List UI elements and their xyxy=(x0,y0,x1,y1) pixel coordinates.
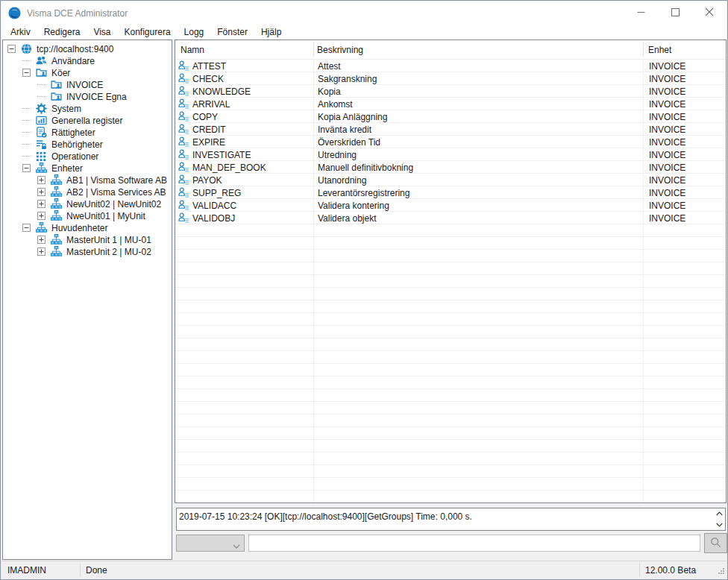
menu-item-redigera[interactable]: Redigera xyxy=(37,25,87,39)
tree-item-nweunit01-myunit[interactable]: NweUnit01 | MyUnit xyxy=(3,209,172,221)
menu-item-hjalp[interactable]: Hjälp xyxy=(254,25,288,39)
table-row-knowledge[interactable]: KNOWLEDGEKopiaINVOICE xyxy=(175,85,726,98)
column-header-enhet[interactable]: Enhet xyxy=(648,45,671,55)
tree-item-invoice[interactable]: INVOICE xyxy=(3,78,172,90)
table-row-validobj[interactable]: VALIDOBJValidera objektINVOICE xyxy=(175,212,726,224)
tree-item-label: Rättigheter xyxy=(51,127,95,138)
groups-table: Namn Beskrivning Enhet ATTESTAttestINVOI… xyxy=(175,40,727,503)
table-row-investigate[interactable]: INVESTIGATEUtredningINVOICE xyxy=(175,148,726,161)
tree-item-newunit02-newunit02[interactable]: NewUnit02 | NewUnit02 xyxy=(3,198,172,209)
scroll-up-icon[interactable] xyxy=(715,511,724,517)
collapse-toggle-icon[interactable] xyxy=(22,164,36,172)
table-row-payok[interactable]: PAYOKUtanordningINVOICE xyxy=(175,174,726,186)
search-button[interactable] xyxy=(704,533,727,553)
close-button[interactable] xyxy=(692,1,727,25)
column-header-beskrivning[interactable]: Beskrivning xyxy=(317,45,363,55)
tree-item-tcp-localhost-9400[interactable]: tcp://localhost:9400 xyxy=(3,42,172,54)
tree-item-ab2-visma-services-ab[interactable]: AB2 | Visma Services AB xyxy=(3,186,172,198)
menu-item-logg[interactable]: Logg xyxy=(178,25,211,39)
tree-item-label: INVOICE Egna xyxy=(66,91,127,102)
tree-connector xyxy=(37,96,51,97)
queue-user-icon xyxy=(178,200,189,211)
cell-name: VALIDACC xyxy=(175,200,313,211)
tree-item-label: Generella register xyxy=(51,115,122,126)
queue-icon xyxy=(36,67,48,78)
scroll-down-icon[interactable] xyxy=(715,522,724,528)
menu-item-arkiv[interactable]: Arkiv xyxy=(4,25,37,39)
group-unit: INVOICE xyxy=(649,137,685,148)
tree-connector xyxy=(22,144,36,145)
table-row-man-def-book[interactable]: MAN_DEF_BOOKManuell definitivbokningINVO… xyxy=(175,161,726,174)
group-unit: INVOICE xyxy=(649,150,685,160)
queue-user-icon xyxy=(178,187,189,198)
log-scrollbar[interactable] xyxy=(713,508,725,530)
tree-item-invoice-egna[interactable]: INVOICE Egna xyxy=(3,90,172,102)
tree-connector xyxy=(37,84,51,85)
status-version: 12.00.0 Beta xyxy=(645,565,696,576)
group-name: MAN_DEF_BOOK xyxy=(192,163,266,173)
status-message: Done xyxy=(86,565,107,576)
cell-name: SUPP_REG xyxy=(175,187,313,198)
chart-icon xyxy=(36,115,48,126)
tree-item-behorigheter[interactable]: Behörigheter xyxy=(3,138,172,150)
table-row-credit[interactable]: CREDITInvänta kreditINVOICE xyxy=(175,123,726,136)
group-description: Ankomst xyxy=(318,99,353,110)
expand-toggle-icon[interactable] xyxy=(37,236,51,244)
expand-toggle-icon[interactable] xyxy=(37,200,51,208)
group-name: VALIDACC xyxy=(192,201,236,211)
tree-item-system[interactable]: System xyxy=(3,102,172,114)
tree-item-label: AB2 | Visma Services AB xyxy=(66,186,166,198)
tree-item-anvandare[interactable]: Användare xyxy=(3,54,172,66)
search-input[interactable] xyxy=(248,535,700,552)
group-description: Validera objekt xyxy=(318,213,377,224)
expand-toggle-icon[interactable] xyxy=(37,176,51,184)
tree-connector xyxy=(22,120,36,121)
cell-name: CHECK xyxy=(175,73,313,84)
column-divider[interactable] xyxy=(313,42,314,57)
tree-item-label: Användare xyxy=(51,55,95,66)
table-row-check[interactable]: CHECKSakgranskningINVOICE xyxy=(175,72,726,85)
expand-toggle-icon[interactable] xyxy=(37,188,51,196)
tree-item-enheter[interactable]: Enheter xyxy=(3,162,172,174)
chevron-down-icon xyxy=(233,541,240,552)
table-row-supp-reg[interactable]: SUPP_REGLeverantörsregistreringINVOICE xyxy=(175,186,726,199)
column-header-namn[interactable]: Namn xyxy=(181,45,204,55)
column-divider[interactable] xyxy=(643,42,644,57)
table-row-expire[interactable]: EXPIREÖverskriden TidINVOICE xyxy=(175,136,726,148)
table-row-arrival[interactable]: ARRIVALAnkomstINVOICE xyxy=(175,98,726,110)
collapse-toggle-icon[interactable] xyxy=(22,69,36,77)
menu-item-fonster[interactable]: Fönster xyxy=(210,25,254,39)
tree-item-label: INVOICE xyxy=(66,79,103,90)
tree-item-operationer[interactable]: Operationer xyxy=(3,150,172,162)
expand-toggle-icon[interactable] xyxy=(37,248,51,256)
log-filter-dropdown[interactable] xyxy=(176,535,245,552)
expand-toggle-icon[interactable] xyxy=(37,212,51,220)
tree-item-huvudenheter[interactable]: Huvudenheter xyxy=(3,221,172,233)
org-chart-icon xyxy=(36,163,48,174)
minimize-button[interactable] xyxy=(624,1,658,25)
table-row-copy[interactable]: COPYKopia AnläggningINVOICE xyxy=(175,110,726,123)
list-lock-icon xyxy=(36,139,48,150)
tree-item-ab1-visma-software-ab[interactable]: AB1 | Visma Software AB xyxy=(3,174,172,186)
tree-item-koer[interactable]: Köer xyxy=(3,66,172,78)
status-user: IMADMIN xyxy=(7,565,46,576)
tree-item-masterunit-2-mu-02[interactable]: MasterUnit 2 | MU-02 xyxy=(3,245,172,257)
collapse-toggle-icon[interactable] xyxy=(22,224,36,232)
grid-dots-icon xyxy=(36,151,48,162)
table-row-attest[interactable]: ATTESTAttestINVOICE xyxy=(175,60,726,72)
tree-item-generella-register[interactable]: Generella register xyxy=(3,114,172,126)
queue-user-icon xyxy=(178,174,189,186)
tree-item-rattigheter[interactable]: Rättigheter xyxy=(3,126,172,138)
tree-item-masterunit-1-mu-01[interactable]: MasterUnit 1 | MU-01 xyxy=(3,233,172,245)
table-row-validacc[interactable]: VALIDACCValidera konteringINVOICE xyxy=(175,199,726,212)
tree-connector xyxy=(22,156,36,157)
org-chart-icon xyxy=(51,198,63,209)
queue-user-icon xyxy=(178,98,189,110)
menu-item-visa[interactable]: Visa xyxy=(87,25,117,39)
maximize-button[interactable] xyxy=(658,1,692,25)
menu-item-konfigurera[interactable]: Konfigurera xyxy=(118,25,178,39)
resize-grip[interactable] xyxy=(718,567,725,577)
collapse-toggle-icon[interactable] xyxy=(7,45,21,53)
title-bar: Visma DCE Administrator xyxy=(1,1,727,25)
app-window: Visma DCE Administrator ArkivRedigeraVis… xyxy=(0,0,728,580)
